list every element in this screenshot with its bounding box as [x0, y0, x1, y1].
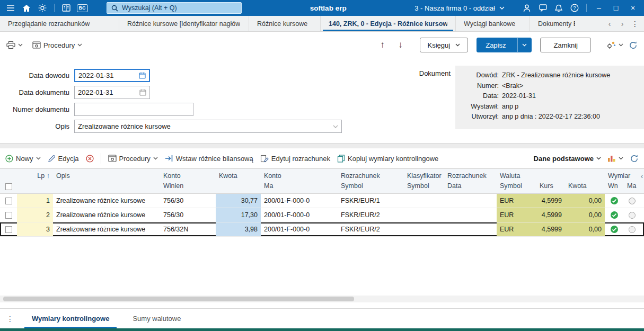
tab-scroll-right-icon[interactable]: ›	[616, 20, 628, 28]
column-header-kwota[interactable]: Kwota	[216, 169, 261, 193]
column-header-klasyfikator-symbol[interactable]: KlasyfikatorSymbol	[404, 169, 444, 193]
column-header-rozrachunek-data[interactable]: RozrachunekData	[444, 169, 497, 193]
calendar-icon[interactable]	[139, 89, 146, 96]
settings-sun-icon[interactable]	[35, 1, 50, 15]
tab-roznice-kursowe[interactable]: Różnice kursowe	[249, 16, 321, 31]
tools-settings-button[interactable]	[606, 41, 623, 50]
table-row[interactable]: 2 Zrealizowane różnice kursowe 756/30 17…	[0, 208, 644, 222]
data-dokumentu-value: 2022-01-31	[78, 88, 113, 96]
zamknij-button[interactable]: Zamknij	[540, 38, 591, 52]
column-header-lp[interactable]: Lp ↑	[17, 169, 53, 193]
user-icon[interactable]	[519, 1, 534, 15]
column-header-konto-winien[interactable]: KontoWinien	[160, 169, 216, 193]
grid-procedures-button[interactable]: Procedury	[108, 155, 158, 163]
select-all-checkbox[interactable]	[5, 183, 12, 190]
view-selector[interactable]: Dane podstawowe	[534, 155, 601, 163]
cell-opis: Zrealizowane różnice kursowe	[53, 194, 160, 208]
row-checkbox[interactable]	[5, 198, 12, 204]
tab-roznice-kursowe-identyfikator[interactable]: Różnice kursowe [Identyfikator nagłów	[119, 16, 249, 31]
delete-icon[interactable]	[86, 155, 94, 163]
positions-grid: Lp ↑ Opis KontoWinien Kwota KontoMa Rozr…	[0, 168, 644, 237]
search-input[interactable]: Wyszukaj (Alt + Q)	[107, 2, 242, 14]
scrollbar-thumb[interactable]	[3, 297, 354, 301]
column-header-rozrachunek-symbol[interactable]: RozrachunekSymbol	[338, 169, 404, 193]
column-header-kwota-waluty[interactable]: Kwota	[565, 169, 605, 193]
panel-splitter[interactable]	[0, 143, 644, 148]
edycja-button[interactable]: Edycja	[48, 155, 79, 163]
tab-scroll-left-icon[interactable]: ‹	[604, 20, 615, 28]
bar-chart-icon	[607, 155, 616, 162]
edytuj-rozrachunek-button[interactable]: Edytuj rozrachunek	[260, 155, 330, 163]
calendar-icon[interactable]	[139, 72, 146, 79]
column-header-wymiar-wn[interactable]: WymiarWn	[605, 169, 624, 193]
data-dowodu-label: Data dowodu	[0, 71, 74, 79]
data-dowodu-input[interactable]: 2022-01-31	[74, 69, 150, 82]
maximize-button[interactable]: □	[608, 1, 624, 15]
bell-icon[interactable]	[551, 1, 566, 15]
refresh-icon[interactable]	[629, 41, 638, 50]
tab-wymiary-kontrolingowe[interactable]: Wymiary kontrolingowe	[20, 309, 121, 328]
tab-zrk-edycja-active[interactable]: 140, ZRK, 0 - Edycja - Różnice kursow	[321, 16, 456, 31]
zapisz-button[interactable]: Zapisz	[477, 38, 532, 52]
column-header-opis[interactable]: Opis	[53, 169, 160, 193]
chevron-down-icon	[153, 157, 158, 160]
tab-nav: ‹ › ⋮	[604, 16, 644, 31]
documents-book-icon[interactable]	[59, 1, 74, 15]
cell-rozrachunek-symbol: FSKR/EUR/2	[338, 208, 404, 222]
zapisz-dropdown[interactable]	[517, 38, 531, 52]
company-selector[interactable]: 3 - Nasza firma 0 - oddział	[414, 4, 505, 12]
bc-icon[interactable]: BC	[75, 1, 90, 15]
row-checkbox[interactable]	[5, 226, 12, 233]
chart-view-button[interactable]	[607, 155, 623, 162]
cell-wymiar-ma[interactable]	[624, 222, 640, 236]
bottom-accent-strip	[0, 328, 644, 331]
minimize-button[interactable]: –	[591, 1, 607, 15]
cell-wymiar-wn[interactable]	[605, 194, 624, 208]
horizontal-scrollbar[interactable]	[0, 296, 644, 302]
cell-wymiar-ma[interactable]	[624, 194, 640, 208]
grid-refresh-icon[interactable]	[630, 154, 639, 163]
kopiuj-wymiary-button[interactable]: Kopiuj wymiary kontrolingowe	[337, 155, 438, 163]
tab-overflow-menu-icon[interactable]: ⋮	[629, 20, 641, 28]
menu-icon[interactable]	[3, 1, 18, 15]
ksieguj-button[interactable]: Księguj	[420, 38, 469, 52]
data-dokumentu-input[interactable]: 2022-01-31	[74, 86, 150, 99]
move-up-button[interactable]: ↑	[376, 40, 389, 50]
column-header-waluta-symbol[interactable]: WalutaSymbol	[497, 169, 536, 193]
radio-unchecked-icon	[629, 226, 636, 233]
cell-wymiar-wn[interactable]	[605, 208, 624, 222]
cell-wymiar-ma[interactable]	[624, 208, 640, 222]
wstaw-roznice-button[interactable]: Wstaw różnice bilansową	[165, 155, 253, 163]
move-down-button[interactable]: ↓	[394, 40, 407, 50]
dokument-info-panel: Dowód:ZRK - Zrealizowane różnice kursowe…	[455, 66, 644, 129]
table-row[interactable]: 1 Zrealizowane różnice kursowe 756/30 30…	[0, 194, 644, 208]
wstaw-roznice-label: Wstaw różnice bilansową	[176, 155, 253, 163]
cell-konto-winien: 756/32N	[160, 222, 216, 236]
nowy-button[interactable]: Nowy	[5, 155, 41, 163]
cell-kurs: 4,5999	[536, 222, 565, 236]
home-icon[interactable]	[19, 1, 34, 15]
tab-sumy-walutowe[interactable]: Sumy walutowe	[121, 309, 192, 328]
table-row-selected[interactable]: 3 Zrealizowane różnice kursowe 756/32N 3…	[0, 222, 644, 237]
chevron-down-icon	[333, 125, 338, 128]
close-button[interactable]: ×	[625, 1, 641, 15]
print-button[interactable]	[6, 41, 23, 49]
cell-waluta-symbol: EUR	[497, 194, 536, 208]
chat-icon[interactable]	[535, 1, 550, 15]
dokument-label: Dokument	[419, 66, 455, 77]
cell-wymiar-wn[interactable]	[605, 222, 624, 236]
tab-wyciagi-bankowe[interactable]: Wyciągi bankowe	[456, 16, 530, 31]
procedures-button[interactable]: Procedury	[32, 41, 82, 49]
cell-rozrachunek-symbol: FSKR/EUR/2	[338, 222, 404, 236]
columns-scroll-hint-icon[interactable]: ‹	[641, 172, 643, 180]
column-header-kurs[interactable]: Kurs	[536, 169, 565, 193]
tab-przegladanie-rozrachunkow[interactable]: Przeglądanie rozrachunków	[0, 16, 119, 31]
column-header-konto-ma[interactable]: KontoMa	[261, 169, 338, 193]
help-icon[interactable]: ?	[567, 1, 582, 15]
column-header-wymiar-ma[interactable]: Ma	[624, 169, 640, 193]
row-checkbox[interactable]	[5, 212, 12, 219]
tab-dokumenty-b[interactable]: Dokumenty B	[530, 16, 583, 31]
bottom-menu-dots-icon[interactable]: ⋮	[0, 309, 20, 328]
numer-dokumentu-input[interactable]	[74, 103, 193, 116]
opis-combobox[interactable]: Zrealizowane różnice kursowe	[74, 120, 342, 133]
